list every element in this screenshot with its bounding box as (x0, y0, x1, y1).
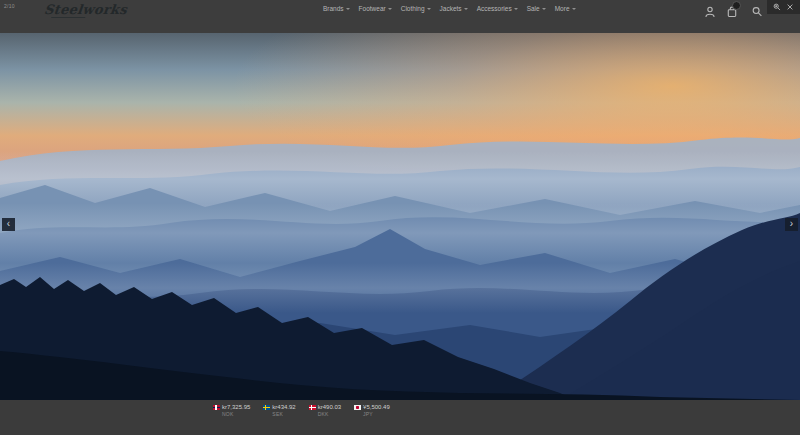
overlay-controls (767, 0, 800, 14)
nav-item-jackets[interactable]: Jackets (440, 5, 468, 12)
nav-item-label: Accessories (477, 5, 512, 12)
cart-icon[interactable] (726, 4, 738, 16)
logo-flourish (51, 17, 85, 18)
ticker-amount: kr434.92 (272, 404, 295, 410)
search-icon[interactable] (751, 4, 763, 16)
mountain-landscape-illustration (0, 33, 800, 400)
carousel-next-button[interactable]: › (785, 218, 798, 231)
nav-item-clothing[interactable]: Clothing (401, 5, 431, 12)
currency-ticker: kr7,325.95 NOK kr434.92 SEK kr490.03 DKK… (213, 404, 390, 417)
header-bar: 2/10 Steelworks Brands Footwear Clothing… (0, 0, 800, 33)
ticker-code: DKK (318, 411, 341, 417)
ticker-amount: ¥5,500.49 (363, 404, 390, 410)
ticker-code: SEK (272, 411, 295, 417)
norway-flag-icon (213, 405, 220, 410)
ticker-amount: kr490.03 (318, 404, 341, 410)
close-icon[interactable] (786, 3, 794, 11)
ticker-code: JPY (363, 411, 390, 417)
zoom-icon[interactable] (773, 3, 781, 11)
bottom-bar: kr7,325.95 NOK kr434.92 SEK kr490.03 DKK… (0, 400, 800, 435)
nav-item-label: More (555, 5, 570, 12)
carousel-prev-button[interactable]: ‹ (2, 218, 15, 231)
chevron-down-icon (514, 8, 518, 10)
account-icon[interactable] (704, 4, 716, 16)
ticker-code: NOK (222, 411, 250, 417)
nav-item-brands[interactable]: Brands (323, 5, 350, 12)
nav-item-label: Brands (323, 5, 344, 12)
nav-item-label: Sale (527, 5, 540, 12)
ticker-amount: kr7,325.95 (222, 404, 250, 410)
next-arrow-icon: › (790, 218, 793, 229)
denmark-flag-icon (309, 405, 316, 410)
chevron-down-icon (572, 8, 576, 10)
japan-flag-icon (354, 405, 361, 410)
page-counter: 2/10 (4, 3, 15, 9)
ticker-item[interactable]: kr7,325.95 NOK (213, 404, 250, 417)
chevron-down-icon (464, 8, 468, 10)
logo[interactable]: Steelworks (43, 3, 115, 18)
ticker-item[interactable]: ¥5,500.49 JPY (354, 404, 390, 417)
chevron-down-icon (388, 8, 392, 10)
chevron-down-icon (427, 8, 431, 10)
nav-item-label: Footwear (359, 5, 386, 12)
chevron-down-icon (542, 8, 546, 10)
logo-text: Steelworks (43, 2, 127, 17)
main-nav: Brands Footwear Clothing Jackets Accesso… (323, 5, 576, 12)
prev-arrow-icon: ‹ (7, 218, 10, 229)
chevron-down-icon (346, 8, 350, 10)
nav-item-sale[interactable]: Sale (527, 5, 546, 12)
ticker-item[interactable]: kr490.03 DKK (309, 404, 341, 417)
nav-item-more[interactable]: More (555, 5, 576, 12)
hero-image: ‹ › (0, 33, 800, 400)
cart-badge (732, 1, 741, 10)
nav-item-label: Jackets (440, 5, 462, 12)
sweden-flag-icon (263, 405, 270, 410)
nav-item-accessories[interactable]: Accessories (477, 5, 518, 12)
nav-item-footwear[interactable]: Footwear (359, 5, 392, 12)
nav-item-label: Clothing (401, 5, 425, 12)
ticker-item[interactable]: kr434.92 SEK (263, 404, 295, 417)
